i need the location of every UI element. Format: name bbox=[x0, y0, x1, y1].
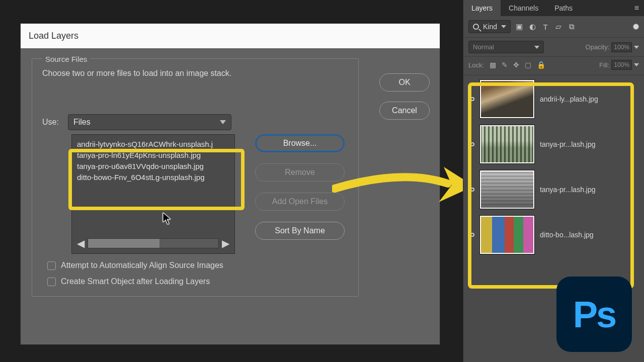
filter-smartobject-icon[interactable]: ⧉ bbox=[567, 22, 576, 31]
scrollbar-thumb[interactable] bbox=[88, 239, 159, 248]
load-layers-dialog: Load Layers Source Files Choose two or m… bbox=[20, 23, 440, 345]
lock-artboard-icon[interactable]: ▢ bbox=[525, 61, 531, 69]
opacity-value[interactable]: 100% bbox=[611, 42, 632, 52]
lock-transparency-icon[interactable]: ▩ bbox=[490, 61, 496, 69]
chevron-down-icon bbox=[534, 46, 539, 49]
panel-menu-icon[interactable]: ≡ bbox=[629, 4, 644, 13]
align-checkbox-label: Attempt to Automatically Align Source Im… bbox=[61, 261, 223, 270]
lock-row: Lock: ▩ ✎ ✥ ▢ 🔒 Fill: 100% bbox=[463, 57, 644, 75]
filter-kind-label: Kind bbox=[483, 23, 497, 31]
lock-pixels-icon[interactable]: ✎ bbox=[502, 61, 508, 69]
use-dropdown-value: Files bbox=[73, 118, 91, 127]
file-item[interactable]: andrii-lytvynko-sQ16rACWhrk-unsplash.j bbox=[77, 139, 229, 150]
visibility-icon[interactable] bbox=[470, 97, 474, 101]
scroll-left-icon[interactable]: ◀ bbox=[77, 237, 85, 249]
filter-shape-icon[interactable]: ▱ bbox=[554, 22, 563, 31]
layer-thumbnail[interactable] bbox=[479, 170, 535, 209]
align-checkbox[interactable] bbox=[47, 261, 56, 270]
cursor-icon bbox=[163, 212, 173, 228]
file-listbox[interactable]: andrii-lytvynko-sQ16rACWhrk-unsplash.j t… bbox=[71, 134, 235, 254]
chevron-down-icon bbox=[634, 63, 639, 66]
layer-filter-row: Kind ▣ ◐ T ▱ ⧉ bbox=[463, 16, 644, 38]
lock-label: Lock: bbox=[468, 61, 484, 69]
listbox-scrollbar[interactable]: ◀ ▶ bbox=[77, 237, 229, 249]
filter-pixel-icon[interactable]: ▣ bbox=[515, 22, 524, 31]
layers-list: andrii-ly...plash.jpg tanya-pr...lash.jp… bbox=[463, 75, 644, 255]
file-buttons-column: Browse... Remove Add Open Files Sort By … bbox=[255, 134, 345, 254]
browse-button[interactable]: Browse... bbox=[255, 134, 345, 152]
filter-toggle-icon[interactable] bbox=[633, 24, 639, 30]
remove-button[interactable]: Remove bbox=[255, 163, 345, 182]
fieldset-legend: Source Files bbox=[42, 55, 90, 63]
add-open-files-button[interactable]: Add Open Files bbox=[255, 193, 345, 211]
source-files-fieldset: Source Files Choose two or more files to… bbox=[32, 58, 359, 297]
photoshop-logo: Ps bbox=[556, 277, 632, 352]
scrollbar-track[interactable] bbox=[88, 238, 219, 248]
visibility-icon[interactable] bbox=[470, 188, 474, 192]
search-icon bbox=[473, 24, 479, 30]
chevron-down-icon bbox=[634, 46, 639, 49]
opacity-label: Opacity: bbox=[586, 43, 610, 51]
use-row: Use: Files bbox=[42, 114, 348, 130]
chevron-down-icon bbox=[501, 25, 506, 28]
scroll-right-icon[interactable]: ▶ bbox=[222, 237, 229, 249]
layer-name[interactable]: ditto-bo...lash.jpg bbox=[540, 231, 594, 239]
panel-tabs: Layers Channels Paths ≡ bbox=[463, 0, 644, 16]
layer-name[interactable]: andrii-ly...plash.jpg bbox=[540, 95, 598, 103]
tab-layers[interactable]: Layers bbox=[463, 0, 501, 16]
layer-row[interactable]: andrii-ly...plash.jpg bbox=[465, 78, 641, 120]
smart-object-checkbox-row[interactable]: Create Smart Object after Loading Layers bbox=[47, 277, 348, 286]
smart-object-checkbox[interactable] bbox=[47, 278, 56, 286]
file-item[interactable]: tanya-pro-u6av81VVqdo-unsplash.jpg bbox=[77, 161, 229, 172]
photoshop-logo-text: Ps bbox=[573, 293, 616, 336]
smart-object-checkbox-label: Create Smart Object after Loading Layers bbox=[61, 277, 210, 286]
layer-row[interactable]: tanya-pr...lash.jpg bbox=[465, 169, 641, 210]
file-item[interactable]: tanya-pro-ln61yE4pKns-unsplash.jpg bbox=[77, 150, 229, 161]
tab-paths[interactable]: Paths bbox=[546, 0, 581, 16]
use-dropdown[interactable]: Files bbox=[68, 114, 231, 130]
dialog-side-buttons: OK Cancel bbox=[379, 73, 430, 120]
layer-name[interactable]: tanya-pr...lash.jpg bbox=[540, 186, 596, 194]
layer-row[interactable]: ditto-bo...lash.jpg bbox=[465, 214, 641, 255]
filter-adjustment-icon[interactable]: ◐ bbox=[528, 22, 537, 31]
file-area: andrii-lytvynko-sQ16rACWhrk-unsplash.j t… bbox=[71, 134, 348, 254]
layer-row[interactable]: tanya-pr...lash.jpg bbox=[465, 124, 641, 165]
layer-name[interactable]: tanya-pr...lash.jpg bbox=[540, 140, 596, 148]
filter-kind-dropdown[interactable]: Kind bbox=[468, 20, 511, 33]
dialog-title: Load Layers bbox=[21, 24, 440, 48]
chevron-down-icon bbox=[220, 120, 226, 124]
blend-row: Normal Opacity: 100% bbox=[463, 38, 644, 57]
file-item[interactable]: ditto-bowo-Fnv_6O4stLg-unsplash.jpg bbox=[77, 172, 229, 183]
lock-position-icon[interactable]: ✥ bbox=[513, 61, 519, 69]
layer-thumbnail[interactable] bbox=[479, 79, 535, 119]
align-checkbox-row[interactable]: Attempt to Automatically Align Source Im… bbox=[47, 261, 348, 270]
use-label: Use: bbox=[42, 118, 59, 127]
tab-channels[interactable]: Channels bbox=[501, 0, 546, 16]
visibility-icon[interactable] bbox=[470, 142, 474, 146]
file-lines: andrii-lytvynko-sQ16rACWhrk-unsplash.j t… bbox=[77, 139, 229, 183]
cancel-button[interactable]: Cancel bbox=[379, 102, 430, 120]
sort-by-name-button[interactable]: Sort By Name bbox=[255, 222, 345, 240]
visibility-icon[interactable] bbox=[470, 233, 474, 237]
blend-mode-value: Normal bbox=[473, 43, 494, 51]
fieldset-description: Choose two or more files to load into an… bbox=[42, 69, 348, 78]
ok-button[interactable]: OK bbox=[379, 73, 430, 92]
layer-thumbnail[interactable] bbox=[479, 215, 535, 254]
fill-label: Fill: bbox=[599, 61, 609, 69]
layer-thumbnail[interactable] bbox=[479, 125, 535, 164]
blend-mode-dropdown[interactable]: Normal bbox=[468, 41, 544, 53]
fill-value[interactable]: 100% bbox=[611, 60, 632, 70]
lock-all-icon[interactable]: 🔒 bbox=[537, 61, 545, 69]
filter-type-icon[interactable]: T bbox=[541, 23, 550, 31]
dialog-body: Source Files Choose two or more files to… bbox=[21, 48, 440, 345]
